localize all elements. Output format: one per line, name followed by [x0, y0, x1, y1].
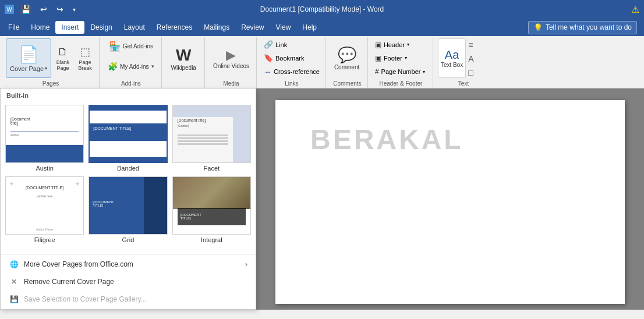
integral-box: [DOCUMENTTITLE] [178, 208, 246, 225]
cover-item-austin[interactable]: [Documenttitle] Author Austin [5, 105, 84, 172]
get-addins-icon: 🏪 [109, 41, 121, 52]
page-number-label: Page Number [381, 68, 421, 75]
tell-me-input[interactable]: 💡 Tell me what you want to do [528, 21, 637, 34]
ribbon-pages-group: 📄 Cover Page ▾ 🗋 BlankPage ⬚ PageBreak P… [2, 37, 100, 88]
window-title: Document1 [Compatibility Mode] - Word [260, 5, 384, 13]
menu-review[interactable]: Review [235, 21, 270, 34]
bookmark-button[interactable]: 🔖 Bookmark [261, 52, 322, 64]
grid-right [144, 177, 167, 234]
remove-cover-page-item[interactable]: ✕ Remove Current Cover Page [1, 273, 256, 290]
cover-grid: [Documenttitle] Author Austin [DOCUMENT … [5, 105, 251, 243]
text-extra-1[interactable]: ≡ [467, 38, 475, 51]
cover-thumb-banded: [DOCUMENT TITLE] [89, 105, 167, 163]
cover-page-button[interactable]: 📄 Cover Page ▾ [6, 38, 51, 78]
filigree-title: [DOCUMENT TITLE] [6, 186, 83, 190]
text-box-button[interactable]: Aa Text Box [438, 38, 466, 78]
facet-sub: [Subtitle] [178, 124, 189, 127]
my-addins-label: My Add-ins [120, 63, 148, 70]
menu-bar: File Home Insert Design Layout Reference… [0, 19, 644, 36]
cover-item-banded[interactable]: [DOCUMENT TITLE] Banded [89, 105, 167, 172]
comments-group-content: 💬 Comment [331, 38, 363, 79]
wikipedia-button[interactable]: W Wikipedia [167, 38, 201, 78]
bookmark-label: Bookmark [275, 55, 305, 62]
austin-title-text: [Documenttitle] [10, 117, 30, 125]
wikipedia-label: Wikipedia [171, 65, 196, 71]
pages-group-label: Pages [6, 79, 95, 87]
menu-home[interactable]: Home [25, 21, 55, 34]
cover-item-integral[interactable]: [DOCUMENTTITLE] Integral [172, 176, 251, 243]
menu-references[interactable]: References [151, 21, 198, 34]
cover-integral-label: Integral [201, 236, 222, 243]
comment-icon: 💬 [338, 46, 356, 64]
ribbon: 📄 Cover Page ▾ 🗋 BlankPage ⬚ PageBreak P… [0, 36, 644, 88]
footer-button[interactable]: ▣ Footer ▾ [373, 52, 428, 64]
austin-sub-text: Author [10, 133, 19, 137]
menu-help[interactable]: Help [296, 21, 323, 34]
menu-design[interactable]: Design [84, 21, 118, 34]
media-group-content: ▶ Online Videos [210, 38, 253, 79]
link-button[interactable]: 🔗 Link [261, 38, 322, 51]
ribbon-addins-group: 🏪 Get Add-ins 🧩 My Add-ins ▾ Add-ins [101, 37, 161, 88]
facet-title: [Document title] [178, 118, 206, 122]
page-number-button[interactable]: # Page Number ▾ [373, 66, 428, 78]
menu-view[interactable]: View [270, 21, 297, 34]
wikipedia-icon: W [176, 46, 191, 65]
more-cover-pages-item[interactable]: 🌐 More Cover Pages from Office.com [1, 256, 256, 273]
header-button[interactable]: ▣ Header ▾ [373, 38, 428, 51]
redo-quick-btn[interactable]: ↪ [54, 3, 66, 15]
video-icon: ▶ [226, 48, 236, 63]
ribbon-headerfooter-group: ▣ Header ▾ ▣ Footer ▾ # Page Number ▾ He… [369, 37, 433, 88]
cross-reference-button[interactable]: ↔ Cross-reference [261, 66, 322, 78]
austin-line [10, 132, 79, 132]
cover-dropdown-header: Built-in [1, 88, 256, 102]
save-selection-label: Save Selection to Cover Page Gallery... [24, 295, 147, 303]
document-watermark: BERAKAL [310, 123, 590, 155]
cover-thumb-austin: [Documenttitle] Author [5, 105, 84, 163]
save-selection-icon: 💾 [9, 294, 19, 304]
cover-dropdown-footer: 🌐 More Cover Pages from Office.com ✕ Rem… [1, 254, 256, 309]
undo-quick-btn[interactable]: ↩ [38, 3, 49, 15]
online-videos-button[interactable]: ▶ Online Videos [210, 38, 253, 78]
cover-thumb-facet: [Document title] [Subtitle] [172, 105, 251, 163]
link-icon: 🔗 [264, 40, 273, 49]
menu-file[interactable]: File [2, 21, 25, 34]
cover-item-facet[interactable]: [Document title] [Subtitle] Facet [172, 105, 251, 172]
lightbulb-icon: 💡 [533, 23, 543, 32]
my-addins-button[interactable]: 🧩 My Add-ins ▾ [104, 59, 157, 77]
cover-thumb-integral: [DOCUMENTTITLE] [172, 176, 251, 235]
document-area[interactable]: BERAKAL [256, 88, 644, 310]
text-extra-2[interactable]: A [467, 52, 475, 65]
quick-access-dropdown[interactable]: ▾ [70, 5, 78, 14]
links-group-content: 🔗 Link 🔖 Bookmark ↔ Cross-reference [261, 38, 322, 79]
page-break-button[interactable]: ⬚ PageBreak [75, 38, 95, 78]
my-addins-arrow: ▾ [151, 63, 154, 69]
ribbon-links-group: 🔗 Link 🔖 Bookmark ↔ Cross-reference Link… [258, 37, 326, 88]
comment-button[interactable]: 💬 Comment [331, 38, 363, 78]
my-addins-icon: 🧩 [108, 62, 118, 71]
menu-mailings[interactable]: Mailings [198, 21, 235, 34]
cover-thumbnails-area: [Documenttitle] Author Austin [DOCUMENT … [1, 102, 256, 254]
bookmark-icon: 🔖 [264, 54, 273, 62]
media-group-label: Media [210, 79, 253, 87]
page-number-icon: # [375, 68, 379, 76]
cover-filigree-label: Filigree [34, 236, 55, 243]
facet-right [233, 105, 250, 162]
integral-image [173, 177, 250, 209]
more-pages-icon: 🌐 [9, 259, 19, 270]
links-column: 🔗 Link 🔖 Bookmark ↔ Cross-reference [261, 38, 322, 78]
grid-text: [DOCUMENTTITLE] [93, 200, 114, 207]
save-quick-btn[interactable]: 💾 [19, 3, 33, 15]
footer-icon: ▣ [375, 54, 381, 62]
comments-group-label: Comments [331, 79, 364, 87]
blank-page-button[interactable]: 🗋 BlankPage [52, 38, 73, 78]
cover-item-filigree[interactable]: ✦ ✦ [DOCUMENT TITLE] subtitle here Autho… [5, 176, 84, 243]
austin-bar [6, 145, 83, 162]
text-extra-icon-2: A [468, 54, 473, 63]
cover-item-grid[interactable]: [DOCUMENTTITLE] Grid [89, 176, 167, 243]
menu-insert[interactable]: Insert [55, 21, 84, 34]
more-cover-pages-label: More Cover Pages from Office.com [24, 260, 133, 268]
text-extra-3[interactable]: □ [467, 66, 475, 79]
get-addins-button[interactable]: 🏪 Get Add-ins [104, 38, 157, 58]
cover-thumb-grid: [DOCUMENTTITLE] [89, 176, 167, 235]
menu-layout[interactable]: Layout [118, 21, 151, 34]
